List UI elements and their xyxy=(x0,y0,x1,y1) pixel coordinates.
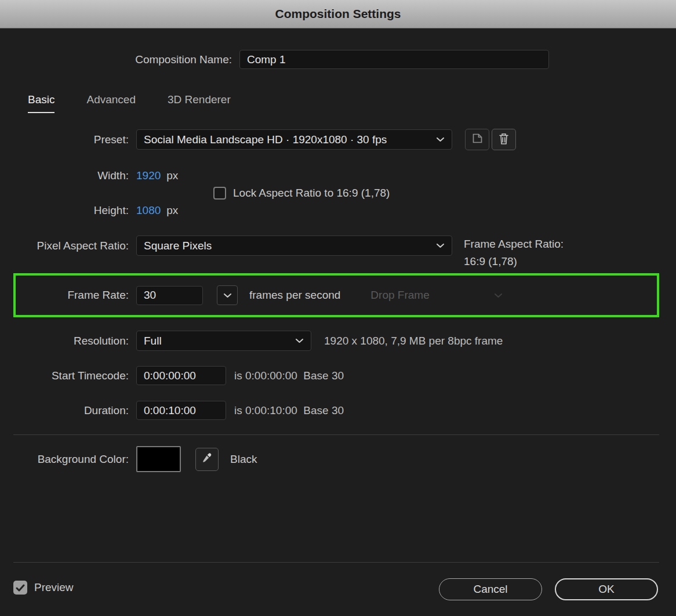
dialog-titlebar: Composition Settings xyxy=(0,0,676,28)
chevron-down-icon xyxy=(436,243,445,248)
dialog-body: Composition Name: Basic Advanced 3D Rend… xyxy=(0,28,676,616)
duration-info: is 0:00:10:00 Base 30 xyxy=(234,404,344,417)
composition-name-row: Composition Name: xyxy=(0,50,549,69)
background-color-swatch[interactable] xyxy=(136,446,181,472)
save-preset-button[interactable] xyxy=(465,129,489,150)
preset-row: Preset: Social Media Landscape HD · 1920… xyxy=(0,129,516,150)
cancel-button[interactable]: Cancel xyxy=(439,578,542,600)
resolution-select[interactable]: Full xyxy=(136,331,311,351)
tab-3d-renderer[interactable]: 3D Renderer xyxy=(168,93,231,113)
footer-buttons: Cancel OK xyxy=(439,578,658,600)
background-color-label: Background Color: xyxy=(0,453,136,466)
frames-per-second-label: frames per second xyxy=(249,289,340,302)
pixel-aspect-ratio-select[interactable]: Square Pixels xyxy=(136,235,452,256)
resolution-label: Resolution: xyxy=(0,335,136,347)
start-timecode-label: Start Timecode: xyxy=(0,369,136,382)
duration-input[interactable] xyxy=(136,401,226,420)
width-value[interactable]: 1920 xyxy=(136,169,161,182)
duration-label: Duration: xyxy=(0,404,136,417)
frame-rate-dropdown-button[interactable] xyxy=(217,285,238,305)
resolution-value: Full xyxy=(144,335,162,347)
chevron-down-icon xyxy=(295,338,304,343)
width-unit: px xyxy=(166,169,178,182)
preview-label: Preview xyxy=(34,581,74,594)
background-color-row: Background Color: Black xyxy=(0,446,257,472)
start-timecode-info: is 0:00:00:00 Base 30 xyxy=(234,369,344,382)
pixel-aspect-ratio-label: Pixel Aspect Ratio: xyxy=(0,240,136,252)
tab-advanced[interactable]: Advanced xyxy=(86,93,136,113)
height-label: Height: xyxy=(0,204,136,217)
height-unit: px xyxy=(166,204,178,217)
drop-frame-select: Drop Frame xyxy=(370,289,503,302)
section-divider xyxy=(13,434,659,435)
frame-rate-label: Frame Rate: xyxy=(16,289,136,302)
lock-aspect-label: Lock Aspect Ratio to 16:9 (1,78) xyxy=(233,187,390,200)
frame-rate-highlight: Frame Rate: frames per second Drop Frame xyxy=(13,273,659,317)
height-value[interactable]: 1080 xyxy=(136,204,161,217)
chevron-down-icon xyxy=(436,137,445,142)
preview-checkbox[interactable]: Preview xyxy=(13,581,74,595)
start-timecode-input[interactable] xyxy=(136,366,226,385)
width-label: Width: xyxy=(0,169,136,182)
composition-name-input[interactable] xyxy=(239,50,549,69)
duration-row: Duration: is 0:00:10:00 Base 30 xyxy=(0,401,344,420)
trash-icon xyxy=(498,132,510,147)
checkbox-unchecked-icon xyxy=(213,187,226,200)
width-row: Width: 1920 px xyxy=(0,169,178,182)
eyedropper-icon xyxy=(201,452,213,466)
composition-settings-dialog: Composition Settings Composition Name: B… xyxy=(0,0,676,616)
ok-button[interactable]: OK xyxy=(555,578,658,600)
frame-aspect-ratio-label: Frame Aspect Ratio: xyxy=(464,235,564,253)
tab-bar: Basic Advanced 3D Renderer xyxy=(28,93,231,113)
delete-preset-button[interactable] xyxy=(492,129,516,150)
tab-basic[interactable]: Basic xyxy=(28,93,54,113)
preset-select[interactable]: Social Media Landscape HD · 1920x1080 · … xyxy=(136,129,452,150)
composition-name-label: Composition Name: xyxy=(0,53,239,66)
frame-aspect-ratio-block: Frame Aspect Ratio: 16:9 (1,78) xyxy=(464,235,564,270)
frame-rate-input[interactable] xyxy=(136,286,203,305)
lock-aspect-checkbox[interactable]: Lock Aspect Ratio to 16:9 (1,78) xyxy=(213,187,390,200)
frame-aspect-ratio-value: 16:9 (1,78) xyxy=(464,253,564,270)
save-preset-icon xyxy=(472,133,483,146)
pixel-aspect-ratio-row: Pixel Aspect Ratio: Square Pixels xyxy=(0,235,452,256)
drop-frame-label: Drop Frame xyxy=(370,289,429,302)
height-row: Height: 1080 px xyxy=(0,204,178,217)
eyedropper-button[interactable] xyxy=(195,448,219,471)
preset-label: Preset: xyxy=(0,133,136,146)
resolution-info: 1920 x 1080, 7,9 MB per 8bpc frame xyxy=(324,335,503,347)
preset-value: Social Media Landscape HD · 1920x1080 · … xyxy=(144,133,387,146)
footer-divider xyxy=(13,562,659,563)
start-timecode-row: Start Timecode: is 0:00:00:00 Base 30 xyxy=(0,366,344,385)
resolution-row: Resolution: Full 1920 x 1080, 7,9 MB per… xyxy=(0,331,503,351)
dialog-title: Composition Settings xyxy=(275,7,401,21)
background-color-name: Black xyxy=(230,453,257,466)
checkbox-checked-icon xyxy=(13,581,27,595)
chevron-down-icon xyxy=(494,293,503,298)
chevron-down-icon xyxy=(223,290,232,300)
pixel-aspect-ratio-value: Square Pixels xyxy=(144,240,212,252)
